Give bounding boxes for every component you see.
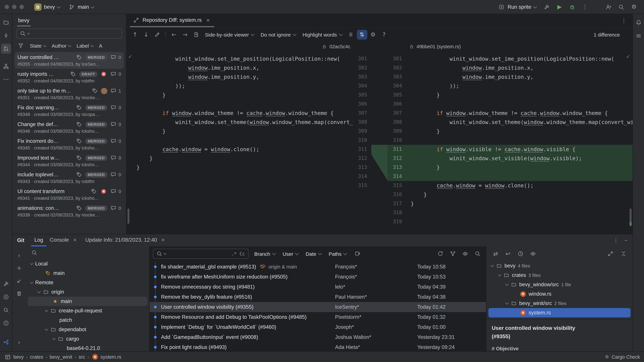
chevron-expanded-icon[interactable] <box>498 273 501 276</box>
find-commit-button[interactable] <box>472 249 483 259</box>
pr-search-field[interactable] <box>16 28 122 38</box>
commit-row[interactable]: Remove Resource and add Debug to TaskPoo… <box>150 312 486 322</box>
pr-search-input[interactable] <box>30 31 120 36</box>
help-button[interactable]: ? <box>379 30 389 39</box>
version-control-button[interactable] <box>1 337 11 347</box>
new-branch-button[interactable] <box>14 263 24 273</box>
delete-branch-button[interactable] <box>14 289 24 299</box>
hide-details-button[interactable] <box>618 249 628 259</box>
tab-console[interactable]: Console× <box>46 234 82 246</box>
previous-file-button[interactable]: ← <box>169 30 179 39</box>
close-tab-icon[interactable]: × <box>159 236 167 244</box>
structure-button[interactable] <box>1 61 11 71</box>
search-history-icon[interactable] <box>164 252 166 255</box>
pr-filter-author[interactable]: Author <box>52 43 71 48</box>
commit-row[interactable]: fix shader_material_glsl example (#9513)… <box>150 262 486 272</box>
diff-left-editor[interactable]: ✓ winit_window.set_ime_position(LogicalP… <box>126 52 353 234</box>
change-marker[interactable] <box>630 222 632 226</box>
left-scrollbar-thumb[interactable] <box>128 209 130 224</box>
regex-toggle[interactable]: .* <box>230 251 238 256</box>
preview-button[interactable] <box>528 249 538 259</box>
project-widget[interactable]: B bevy <box>31 1 63 12</box>
pr-filter-label[interactable]: Label <box>76 43 94 48</box>
run-button[interactable]: ▶ <box>554 2 565 12</box>
branch-item[interactable]: patch <box>28 316 147 325</box>
breadcrumb-item[interactable]: bevy <box>14 354 24 360</box>
search-everywhere-button[interactable] <box>616 2 626 12</box>
more-tools-button[interactable] <box>1 74 11 84</box>
pr-filter-state[interactable]: State <box>30 43 46 48</box>
pr-list-item[interactable]: Fix incorrent do…MERGED0#9345 · created … <box>15 136 124 152</box>
go-to-changed-file-button[interactable] <box>191 30 201 39</box>
build-button[interactable] <box>541 2 552 12</box>
pr-list-item[interactable]: Improved text w…MERGED0#9344 · created 0… <box>15 152 124 169</box>
changed-file-item[interactable]: bevy_winit/src2 files <box>488 299 630 308</box>
changed-file-item[interactable]: bevy_window/src1 file <box>488 280 630 289</box>
pr-list-item[interactable]: Fix doc warning…MERGED0#9348 · created 0… <box>15 102 124 119</box>
more-actions-button[interactable]: ⋮ <box>580 2 590 12</box>
expand-details-button[interactable] <box>605 249 616 259</box>
pr-panel-tab[interactable]: bevy <box>17 14 30 26</box>
refresh-button[interactable] <box>435 249 446 259</box>
hide-panel-button[interactable]: ‹ <box>14 250 24 260</box>
filter-branch[interactable]: Branch <box>251 249 278 258</box>
previous-difference-button[interactable]: ↑ <box>130 30 140 39</box>
commit-row[interactable]: fix wireframe after MeshUniform size red… <box>150 272 486 282</box>
problems-button[interactable] <box>1 318 11 328</box>
services-button[interactable] <box>1 292 11 302</box>
breadcrumb-item[interactable]: crates <box>30 354 43 360</box>
match-case-toggle[interactable]: Cc <box>239 251 246 256</box>
search-branches-icon[interactable] <box>30 249 38 256</box>
vcs-branch-widget[interactable]: main <box>65 1 97 12</box>
chevron-expanded-icon[interactable] <box>52 337 56 340</box>
next-file-button[interactable]: → <box>180 30 190 39</box>
pr-list-item[interactable]: rusty imports …DRAFT0#9352 · created 04/… <box>15 69 124 85</box>
panel-options-button[interactable]: ⋮ <box>610 235 621 245</box>
tab-options-button[interactable]: ⋮ <box>618 15 629 26</box>
run-configuration-widget[interactable]: Run sprite <box>495 1 539 12</box>
filter-icon[interactable] <box>17 42 24 49</box>
window-controls[interactable] <box>5 5 24 9</box>
branch-item[interactable]: main <box>28 269 147 278</box>
cargo-check-widget[interactable]: ⚙ Cargo Check <box>604 353 640 361</box>
pr-filter-a[interactable]: A <box>99 43 102 48</box>
right-stripe-button[interactable] <box>634 31 644 41</box>
hide-panel-button[interactable]: ─ <box>624 235 628 245</box>
pr-list-item[interactable]: animations: con…MERGED0#9338 · created 0… <box>15 203 124 220</box>
settings-button[interactable]: ⚙ <box>628 2 639 12</box>
tab-log[interactable]: Log <box>31 234 46 246</box>
synchronize-scrolling-button[interactable]: ⇅ <box>357 30 367 39</box>
search-history-icon[interactable] <box>27 32 30 34</box>
commit-row[interactable]: Remove unnecessary doc string (#9481)lel… <box>150 282 486 292</box>
branch-item[interactable]: create-pull-request <box>28 306 147 316</box>
zoom-window-button[interactable] <box>20 5 24 9</box>
changed-file-item[interactable]: Rwindow.rs <box>488 289 630 299</box>
branch-item[interactable]: origin <box>28 287 147 297</box>
filter-paths[interactable]: Paths <box>326 249 350 258</box>
branch-item[interactable]: Remote <box>28 278 147 287</box>
branch-item[interactable]: dependabot <box>28 325 147 334</box>
branch-graph-button[interactable] <box>448 249 458 259</box>
commit-row[interactable]: Fix point light radius (#9493)Ada Hieta*… <box>150 342 486 351</box>
commit-row[interactable]: User controlled window visibility (#9355… <box>150 302 486 312</box>
tab-update-info-21-08-2023-12-40[interactable]: Update Info: 21/08/2023, 12:40× <box>82 234 170 246</box>
commit-search-input[interactable] <box>167 251 229 257</box>
pr-list-item[interactable]: User controlled …MERGED0#9355 · created … <box>15 52 124 69</box>
close-tab-icon[interactable]: × <box>204 16 212 24</box>
commit-row[interactable]: Implement `Debug` for `UnsafeWorldCell` … <box>150 322 486 332</box>
new-log-tab-button[interactable] <box>352 249 363 259</box>
branch-item[interactable]: cargo <box>28 334 147 344</box>
history-button[interactable] <box>515 249 526 259</box>
find-button[interactable] <box>1 305 11 315</box>
close-window-button[interactable] <box>5 5 9 9</box>
project-button[interactable] <box>1 17 11 27</box>
notifications-button[interactable] <box>634 17 644 27</box>
view-options-button[interactable] <box>460 249 470 259</box>
next-difference-button[interactable]: ↓ <box>141 30 151 39</box>
tab-repository-diff[interactable]: Repository Diff: system.rs × <box>130 14 214 27</box>
collapse-unchanged-button[interactable] <box>346 30 356 39</box>
commit-row[interactable]: Add `GamepadButtonInput` event (#9008)Jo… <box>150 332 486 342</box>
pr-list-item[interactable]: include toplevel…MERGED0#9343 · created … <box>15 169 124 186</box>
compare-button[interactable]: ⇄ <box>490 249 501 259</box>
dropdown-do-not-ignore[interactable]: Do not ignore <box>258 30 299 39</box>
